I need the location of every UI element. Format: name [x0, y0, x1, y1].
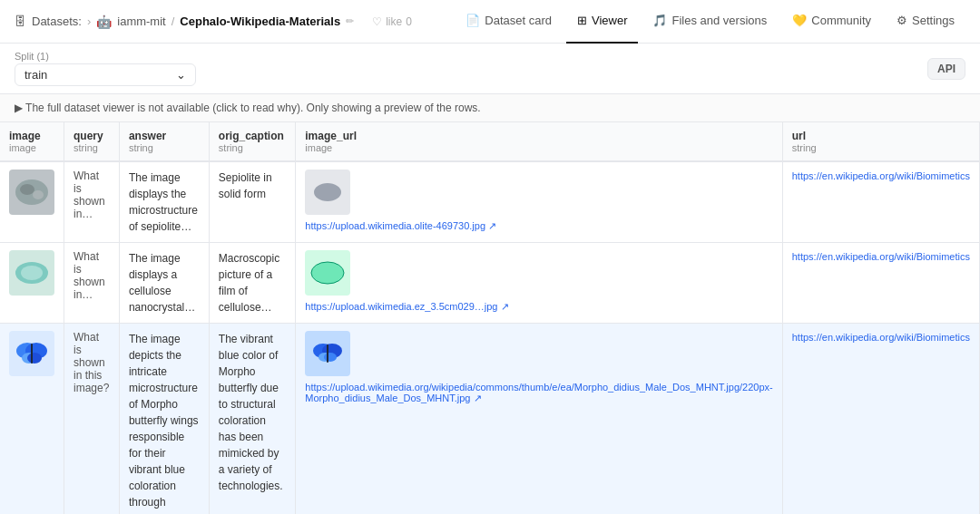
breadcrumb-sep: ›	[87, 15, 91, 28]
cell-image-url-1: https://upload.wikimedia.ez_3.5cm029…jpg…	[296, 243, 782, 324]
settings-icon: ⚙	[897, 14, 907, 27]
split-dropdown[interactable]: train ⌄	[15, 63, 196, 86]
col-type-image-url: image	[305, 142, 772, 153]
data-table: image image query string answer string o…	[0, 122, 980, 514]
info-bar: ▶ The full dataset viewer is not availab…	[0, 94, 980, 122]
svg-point-10	[311, 262, 344, 284]
split-selector: Split (1) train ⌄	[15, 51, 196, 86]
col-type-query: string	[74, 142, 110, 153]
col-label-orig-caption: orig_caption	[219, 130, 284, 142]
col-type-answer: string	[129, 142, 200, 153]
tab-community-label: Community	[811, 14, 871, 27]
cell-answer-1: The image displays a cellulose nanocryst…	[119, 243, 209, 324]
cell-image-1	[0, 243, 64, 324]
edit-icon[interactable]: ✏	[346, 15, 354, 27]
cell-image-url-2: https://upload.wikimedia.org/wikipedia/c…	[296, 324, 782, 515]
subheader: Split (1) train ⌄ API	[0, 44, 980, 94]
top-navigation: 🗄 Datasets: › 🤖 iamm-mit / Cephalo-Wikip…	[0, 0, 980, 44]
like-label: like	[386, 15, 402, 28]
cell-answer-2: The image depicts the intricate microstr…	[119, 324, 209, 515]
cell-url-1: https://en.wikipedia.org/wiki/Biomimetic…	[782, 243, 979, 324]
tab-community[interactable]: 💛 Community	[781, 0, 882, 44]
svg-point-2	[20, 184, 34, 195]
col-type-image: image	[9, 142, 54, 153]
col-header-image-url: image_url image	[296, 122, 782, 161]
col-label-image-url: image_url	[305, 130, 357, 142]
breadcrumb-sep2: /	[172, 15, 175, 28]
like-count: 0	[406, 15, 412, 28]
datasets-label[interactable]: Datasets:	[32, 15, 82, 28]
table-row: What is shown in… The image displays the…	[0, 161, 980, 243]
svg-point-15	[27, 353, 42, 364]
split-value: train	[24, 68, 47, 82]
nav-tabs: 📄 Dataset card ⊞ Viewer 🎵 Files and vers…	[455, 0, 965, 44]
col-label-url: url	[792, 130, 806, 142]
table-row: What is shown in this image? The image d…	[0, 324, 980, 515]
svg-point-21	[324, 353, 337, 362]
datasets-icon: 🗄	[15, 15, 26, 28]
split-label: Split (1)	[15, 51, 49, 62]
cell-orig-caption-1: Macroscopic picture of a film of cellulo…	[209, 243, 295, 324]
tab-viewer-label: Viewer	[592, 14, 628, 27]
svg-point-3	[33, 190, 44, 199]
col-label-answer: answer	[129, 130, 166, 142]
svg-rect-22	[327, 344, 328, 363]
table-header-row: image image query string answer string o…	[0, 122, 980, 161]
tab-settings-label: Settings	[912, 14, 955, 27]
cell-orig-caption-2: The vibrant blue color of Morpho butterf…	[209, 324, 295, 515]
like-button[interactable]: ♡ like 0	[372, 15, 412, 28]
url-link-1[interactable]: https://en.wikipedia.org/wiki/Biomimetic…	[792, 251, 970, 262]
files-icon: 🎵	[652, 14, 667, 27]
cell-query-0: What is shown in…	[64, 161, 120, 243]
repo-title[interactable]: Cephalo-Wikipedia-Materials	[180, 15, 340, 28]
like-icon: ♡	[372, 15, 382, 28]
svg-point-8	[21, 266, 43, 280]
cell-orig-caption-0: Sepiolite in solid form	[209, 161, 295, 243]
col-label-query: query	[74, 130, 103, 142]
dropdown-chevron: ⌄	[176, 68, 186, 82]
tab-files-label: Files and versions	[671, 14, 767, 27]
cell-query-1: What is shown in…	[64, 243, 120, 324]
col-header-answer: answer string	[119, 122, 209, 161]
info-text: ▶ The full dataset viewer is not availab…	[15, 102, 481, 114]
viewer-icon: ⊞	[577, 14, 587, 27]
svg-rect-16	[31, 344, 33, 364]
tab-files-versions[interactable]: 🎵 Files and versions	[642, 0, 778, 44]
svg-point-5	[314, 183, 341, 201]
cell-url-2: https://en.wikipedia.org/wiki/Biomimetic…	[782, 324, 979, 515]
community-icon: 💛	[792, 14, 807, 27]
image-url-link-0[interactable]: https://upload.wikimedia.olite-469730.jp…	[305, 220, 496, 231]
tab-settings[interactable]: ⚙ Settings	[886, 0, 965, 44]
tab-viewer[interactable]: ⊞ Viewer	[566, 0, 639, 44]
col-label-image: image	[9, 130, 41, 142]
api-button[interactable]: API	[927, 58, 965, 80]
url-link-2[interactable]: https://en.wikipedia.org/wiki/Biomimetic…	[792, 332, 970, 343]
col-header-orig-caption: orig_caption string	[209, 122, 295, 161]
cell-answer-0: The image displays the microstructure of…	[119, 161, 209, 243]
breadcrumb: 🗄 Datasets: › 🤖 iamm-mit / Cephalo-Wikip…	[15, 15, 354, 29]
cell-image-url-0: https://upload.wikimedia.olite-469730.jp…	[296, 161, 782, 243]
dataset-card-icon: 📄	[466, 14, 480, 27]
data-table-wrapper[interactable]: image image query string answer string o…	[0, 122, 980, 514]
col-header-image: image image	[0, 122, 64, 161]
cell-image-2	[0, 324, 64, 515]
url-link-0[interactable]: https://en.wikipedia.org/wiki/Biomimetic…	[792, 170, 970, 181]
user-icon: 🤖	[96, 15, 112, 29]
image-url-link-2[interactable]: https://upload.wikimedia.org/wikipedia/c…	[305, 382, 772, 403]
col-type-orig-caption: string	[219, 142, 286, 153]
col-type-url: string	[792, 142, 970, 153]
col-header-query: query string	[64, 122, 120, 161]
table-row: What is shown in… The image displays a c…	[0, 243, 980, 324]
cell-image-0	[0, 161, 64, 243]
tab-dataset-card-label: Dataset card	[485, 14, 552, 27]
image-url-link-1[interactable]: https://upload.wikimedia.ez_3.5cm029…jpg…	[305, 301, 508, 312]
cell-query-2: What is shown in this image?	[64, 324, 120, 515]
cell-url-0: https://en.wikipedia.org/wiki/Biomimetic…	[782, 161, 979, 243]
user-label[interactable]: iamm-mit	[117, 15, 165, 28]
tab-dataset-card[interactable]: 📄 Dataset card	[455, 0, 563, 44]
col-header-url: url string	[782, 122, 979, 161]
